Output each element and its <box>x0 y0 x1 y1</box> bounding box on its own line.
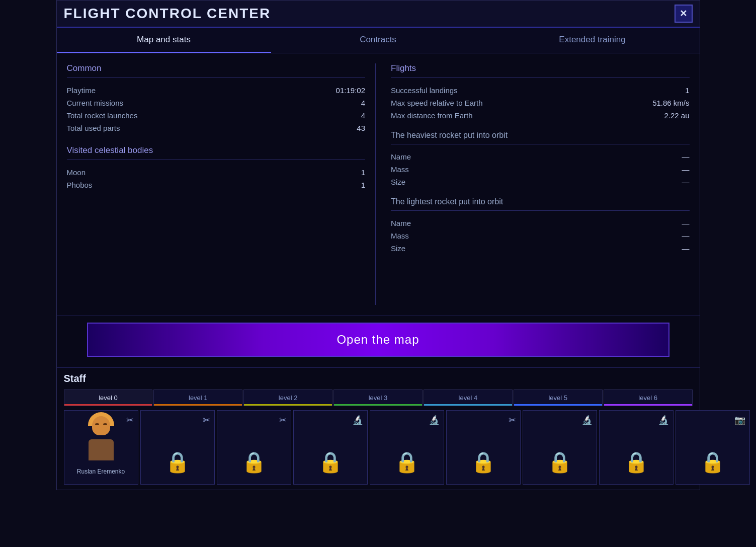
science-icon-7: 🔬 <box>581 415 593 426</box>
stat-max-distance-label: Max distance from Earth <box>391 111 473 120</box>
tools-icon-6: ✂ <box>509 415 516 426</box>
level6-bar <box>604 404 692 406</box>
level2-bar <box>244 404 332 406</box>
stat-successful-landings: Successful landings 1 <box>391 84 690 97</box>
flights-section-title: Flights <box>391 63 690 73</box>
stat-landings-value: 1 <box>685 86 689 95</box>
stat-total-parts-label: Total used parts <box>67 124 120 132</box>
heaviest-size-value: — <box>682 178 690 186</box>
lock-icon-6: 🔒 <box>471 450 496 474</box>
lock-icon-8: 🔒 <box>624 450 649 474</box>
staff-cards: ✂ Ruslan <box>64 408 693 490</box>
staff-tab-level1[interactable]: level 1 <box>153 389 242 406</box>
stat-max-distance: Max distance from Earth 2.22 au <box>391 109 690 122</box>
heaviest-section-title: The heaviest rocket put into orbit <box>391 131 690 140</box>
stat-moon-value: 1 <box>361 168 365 177</box>
visited-section-title: Visited celestial bodies <box>67 145 366 155</box>
stat-current-missions: Current missions 4 <box>67 97 366 109</box>
map-button-area: Open the map <box>57 315 700 367</box>
level3-bar <box>334 404 422 406</box>
staff-card-locked-4[interactable]: 🔬 🔒 <box>293 410 368 485</box>
staff-card-ruslan[interactable]: ✂ Ruslan <box>64 410 138 485</box>
stat-landings-label: Successful landings <box>391 86 458 95</box>
heaviest-size-label: Size <box>391 178 405 186</box>
lock-icon-3: 🔒 <box>241 450 267 474</box>
stat-current-missions-label: Current missions <box>67 99 124 107</box>
staff-card-locked-8[interactable]: 🔬 🔒 <box>599 410 674 485</box>
level5-bar <box>514 404 602 406</box>
lightest-size-value: — <box>682 244 690 253</box>
stat-moon-label: Moon <box>67 168 86 177</box>
level4-bar <box>424 404 512 406</box>
title-bar: FLIGHT CONTROL CENTER ✕ <box>57 1 700 28</box>
lightest-divider <box>391 210 690 211</box>
main-window: FLIGHT CONTROL CENTER ✕ Map and stats Co… <box>56 0 700 490</box>
staff-name-ruslan: Ruslan Eremenko <box>64 466 138 478</box>
staff-card-locked-2[interactable]: ✂ 🔒 <box>140 410 215 485</box>
heaviest-mass-value: — <box>682 165 690 174</box>
heaviest-size: Size — <box>391 176 690 188</box>
tab-map-stats[interactable]: Map and stats <box>57 28 271 53</box>
staff-tab-level0[interactable]: level 0 <box>64 389 153 406</box>
common-divider <box>67 77 366 78</box>
stat-max-distance-value: 2.22 au <box>664 111 689 120</box>
heaviest-name: Name — <box>391 150 690 163</box>
lock-icon-2: 🔒 <box>165 450 190 474</box>
heaviest-divider <box>391 144 690 144</box>
window-title: FLIGHT CONTROL CENTER <box>64 6 271 22</box>
close-button[interactable]: ✕ <box>675 5 693 23</box>
staff-card-locked-7[interactable]: 🔬 🔒 <box>523 410 597 485</box>
science-icon-5: 🔬 <box>429 415 440 426</box>
stat-total-launches-label: Total rocket launches <box>67 111 138 120</box>
staff-level-tabs: level 0 level 1 level 2 level 3 level 4 … <box>64 389 693 406</box>
lightest-name: Name — <box>391 217 690 229</box>
stat-playtime-value: 01:19:02 <box>336 86 365 95</box>
staff-card-locked-9[interactable]: 📷 🔒 <box>676 410 750 485</box>
heaviest-name-label: Name <box>391 152 411 161</box>
stat-total-parts-value: 43 <box>357 124 365 132</box>
avatar-figure <box>89 416 114 460</box>
lightest-name-value: — <box>682 219 690 227</box>
stat-total-launches-value: 4 <box>361 111 365 120</box>
avatar-area <box>64 411 138 466</box>
flights-divider <box>391 77 690 78</box>
lock-icon-5: 🔒 <box>394 450 419 474</box>
lightest-mass: Mass — <box>391 229 690 242</box>
tab-extended-training[interactable]: Extended training <box>485 28 700 53</box>
lock-icon-4: 🔒 <box>318 450 343 474</box>
camera-icon-9: 📷 <box>734 415 745 426</box>
level1-bar <box>154 404 242 406</box>
stat-max-speed-label: Max speed relative to Earth <box>391 99 483 107</box>
stat-max-speed: Max speed relative to Earth 51.86 km/s <box>391 97 690 109</box>
stat-total-parts: Total used parts 43 <box>67 122 366 134</box>
staff-tab-level6[interactable]: level 6 <box>604 389 693 406</box>
level0-bar <box>64 404 152 406</box>
staff-card-locked-5[interactable]: 🔬 🔒 <box>370 410 444 485</box>
staff-tab-level3[interactable]: level 3 <box>333 389 423 406</box>
right-panel: Flights Successful landings 1 Max speed … <box>386 63 690 305</box>
lightest-size-label: Size <box>391 244 405 253</box>
heaviest-mass: Mass — <box>391 163 690 176</box>
staff-card-locked-3[interactable]: ✂ 🔒 <box>217 410 291 485</box>
staff-tab-level2[interactable]: level 2 <box>243 389 332 406</box>
open-map-button[interactable]: Open the map <box>87 323 669 357</box>
lightest-mass-value: — <box>682 231 690 240</box>
tab-bar: Map and stats Contracts Extended trainin… <box>57 28 700 53</box>
lightest-size: Size — <box>391 242 690 255</box>
stat-phobos-label: Phobos <box>67 181 93 189</box>
stat-phobos: Phobos 1 <box>67 179 366 191</box>
visited-divider <box>67 160 366 160</box>
lightest-mass-label: Mass <box>391 231 409 240</box>
science-icon-4: 🔬 <box>352 415 363 426</box>
staff-tab-level5[interactable]: level 5 <box>514 389 603 406</box>
staff-tab-level4[interactable]: level 4 <box>424 389 513 406</box>
left-panel: Common Playtime 01:19:02 Current mission… <box>67 63 376 305</box>
lightest-section-title: The lightest rocket put into orbit <box>391 197 690 206</box>
staff-section: Staff level 0 level 1 level 2 level 3 le… <box>57 367 700 490</box>
tab-contracts[interactable]: Contracts <box>271 28 485 53</box>
stat-total-launches: Total rocket launches 4 <box>67 109 366 122</box>
staff-card-locked-6[interactable]: ✂ 🔒 <box>446 410 521 485</box>
stat-max-speed-value: 51.86 km/s <box>652 99 689 107</box>
tools-icon-3: ✂ <box>279 415 287 426</box>
stat-playtime: Playtime 01:19:02 <box>67 84 366 97</box>
